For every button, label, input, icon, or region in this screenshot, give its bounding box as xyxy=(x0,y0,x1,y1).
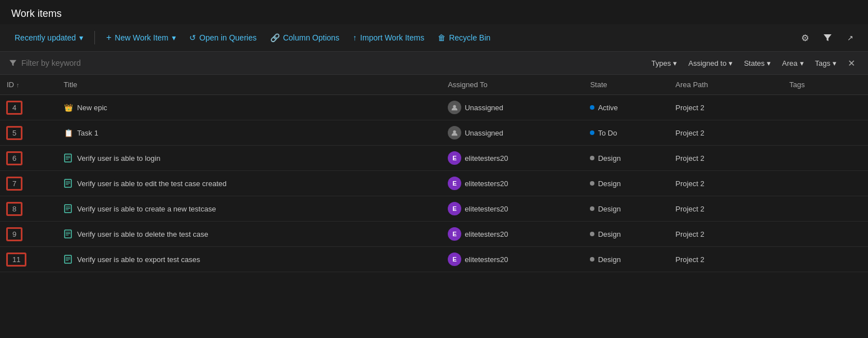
avatar-unassigned xyxy=(448,126,461,139)
toolbar-divider-1 xyxy=(94,31,95,44)
tags-label: Tags xyxy=(815,59,830,67)
title-text: New epic xyxy=(77,103,107,112)
table-row[interactable]: 11 Verify user is able to export test ca… xyxy=(0,247,868,272)
assigned-to-value: elitetesters20 xyxy=(465,179,508,188)
col-header-area-path: Area Path xyxy=(669,75,783,95)
cell-tags xyxy=(783,196,868,222)
testcase-icon xyxy=(63,179,72,188)
state-value: Design xyxy=(598,179,620,188)
filter-icon-button[interactable] xyxy=(819,29,837,47)
open-queries-icon: ↺ xyxy=(189,33,196,42)
cell-id: 11 xyxy=(0,247,57,272)
funnel-icon xyxy=(823,33,832,42)
table-row[interactable]: 8 Verify user is able to create a new te… xyxy=(0,196,868,222)
recently-updated-label: Recently updated xyxy=(15,33,76,42)
chevron-down-icon-new: ▾ xyxy=(172,33,176,42)
state-value: Active xyxy=(598,103,617,112)
expand-icon-button[interactable]: ↗ xyxy=(841,29,859,47)
filter-bar: Types ▾ Assigned to ▾ States ▾ Area ▾ Ta… xyxy=(0,52,868,75)
id-value: 4 xyxy=(7,101,22,114)
state-dot-icon xyxy=(590,181,594,186)
table-row[interactable]: 6 Verify user is able to login E elitete… xyxy=(0,146,868,171)
title-text: Task 1 xyxy=(77,129,98,137)
cell-assigned-to: E elitetesters20 xyxy=(441,247,583,272)
title-text: Verify user is able to create a new test… xyxy=(77,205,216,213)
states-dropdown[interactable]: States ▾ xyxy=(739,57,775,70)
sort-ascending-icon: ↑ xyxy=(16,82,20,88)
chevron-down-icon: ▾ xyxy=(79,33,83,42)
area-path-value: Project 2 xyxy=(675,103,704,112)
cell-area-path: Project 2 xyxy=(669,196,783,222)
state-value: Design xyxy=(598,230,620,238)
import-work-items-button[interactable]: ↑ Import Work Items xyxy=(347,30,430,46)
title-text: Verify user is able to edit the test cas… xyxy=(77,179,226,188)
id-value: 9 xyxy=(7,228,22,241)
state-dot-icon xyxy=(590,232,594,236)
area-path-value: Project 2 xyxy=(675,129,704,137)
avatar-unassigned xyxy=(448,101,461,114)
cell-id: 7 xyxy=(0,171,57,196)
table-row[interactable]: 5 📋 Task 1 Unassigned To Do Project 2 xyxy=(0,120,868,146)
types-dropdown[interactable]: Types ▾ xyxy=(647,57,682,70)
filter-close-button[interactable]: ✕ xyxy=(843,55,859,71)
assigned-to-dropdown[interactable]: Assigned to ▾ xyxy=(684,57,737,70)
cell-tags xyxy=(783,95,868,120)
page-header: Work items xyxy=(0,0,868,24)
cell-assigned-to: E elitetesters20 xyxy=(441,146,583,171)
area-chevron-icon: ▾ xyxy=(800,59,804,67)
cell-title: 👑 New epic xyxy=(57,95,441,120)
col-header-id: ID ↑ xyxy=(0,75,57,95)
cell-area-path: Project 2 xyxy=(669,146,783,171)
title-text: Verify user is able to delete the test c… xyxy=(77,230,208,238)
work-items-table-container: ID ↑ Title Assigned To State Area Path T… xyxy=(0,75,868,272)
open-in-queries-button[interactable]: ↺ Open in Queries xyxy=(184,30,262,46)
cell-area-path: Project 2 xyxy=(669,95,783,120)
col-header-tags: Tags xyxy=(783,75,868,95)
area-path-value: Project 2 xyxy=(675,179,704,188)
page-title: Work items xyxy=(11,8,62,19)
settings-icon-button[interactable]: ⚙ xyxy=(796,29,814,47)
avatar-elite: E xyxy=(448,202,461,215)
cell-state: Design xyxy=(583,146,669,171)
svg-text:📋: 📋 xyxy=(64,128,72,137)
id-value: 7 xyxy=(7,177,22,190)
cell-id: 6 xyxy=(0,146,57,171)
table-row[interactable]: 7 Verify user is able to edit the test c… xyxy=(0,171,868,196)
state-dot-icon xyxy=(590,156,594,160)
cell-title: 📋 Task 1 xyxy=(57,120,441,146)
filter-dropdowns: Types ▾ Assigned to ▾ States ▾ Area ▾ Ta… xyxy=(647,55,859,71)
col-header-state: State xyxy=(583,75,669,95)
area-path-value: Project 2 xyxy=(675,205,704,213)
area-path-value: Project 2 xyxy=(675,255,704,264)
recycle-bin-label: Recycle Bin xyxy=(449,33,490,42)
state-dot-icon xyxy=(590,257,594,262)
recently-updated-button[interactable]: Recently updated ▾ xyxy=(9,30,89,46)
toolbar-right: ⚙ ↗ xyxy=(796,29,859,47)
table-row[interactable]: 4 👑 New epic Unassigned Active Projec xyxy=(0,95,868,120)
title-text: Verify user is able to export test cases xyxy=(77,255,200,264)
column-options-button[interactable]: 🔗 Column Options xyxy=(265,30,345,46)
cell-state: Active xyxy=(583,95,669,120)
import-icon: ↑ xyxy=(353,33,357,42)
area-dropdown[interactable]: Area ▾ xyxy=(778,57,808,70)
import-work-items-label: Import Work Items xyxy=(360,33,424,42)
cell-tags xyxy=(783,222,868,247)
tags-dropdown[interactable]: Tags ▾ xyxy=(811,57,841,70)
state-dot-icon xyxy=(590,206,594,211)
epic-icon: 👑 xyxy=(63,103,72,112)
table-row[interactable]: 9 Verify user is able to delete the test… xyxy=(0,222,868,247)
state-value: Design xyxy=(598,255,620,264)
new-work-item-button[interactable]: + New Work Item ▾ xyxy=(101,29,181,46)
assigned-to-value: elitetesters20 xyxy=(465,230,508,238)
assigned-to-label: Assigned to xyxy=(688,59,726,67)
cell-assigned-to: E elitetesters20 xyxy=(441,222,583,247)
cell-title: Verify user is able to delete the test c… xyxy=(57,222,441,247)
cell-state: Design xyxy=(583,171,669,196)
assigned-to-value: Unassigned xyxy=(465,129,503,137)
states-chevron-icon: ▾ xyxy=(767,59,771,67)
filter-keyword-input[interactable] xyxy=(21,58,134,67)
cell-title: Verify user is able to create a new test… xyxy=(57,196,441,222)
cell-area-path: Project 2 xyxy=(669,247,783,272)
id-value: 8 xyxy=(7,202,22,215)
recycle-bin-button[interactable]: 🗑 Recycle Bin xyxy=(432,30,496,46)
